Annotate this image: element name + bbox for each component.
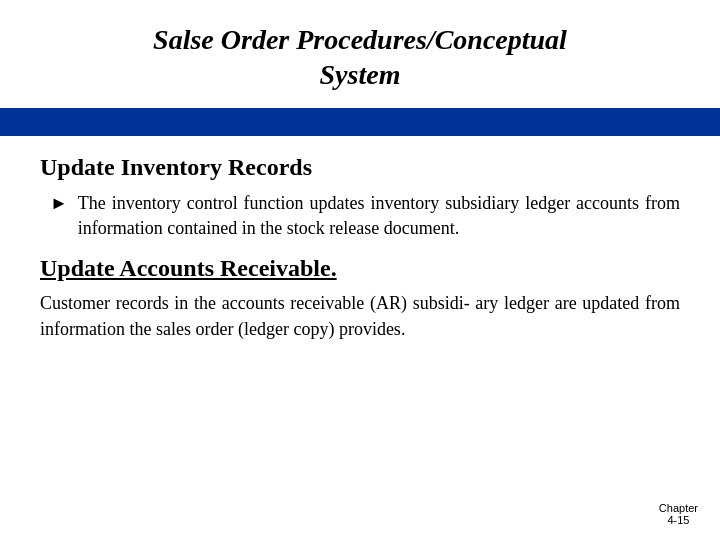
chapter-label: Chapter 4-15 xyxy=(659,502,698,526)
section1-heading: Update Inventory Records xyxy=(40,154,680,181)
slide: Salse Order Procedures/Conceptual System… xyxy=(0,0,720,540)
bullet-text-1: The inventory control function updates i… xyxy=(78,191,680,241)
section2-paragraph: Customer records in the accounts receiva… xyxy=(40,290,680,342)
slide-title: Salse Order Procedures/Conceptual System xyxy=(60,22,660,92)
title-line2: System xyxy=(320,59,401,90)
chapter-number: 4-15 xyxy=(667,514,689,526)
content-area: Update Inventory Records ► The inventory… xyxy=(0,136,720,353)
chapter-word: Chapter xyxy=(659,502,698,514)
title-line1: Salse Order Procedures/Conceptual xyxy=(153,24,567,55)
bullet-arrow-icon: ► xyxy=(50,193,68,214)
blue-divider-bar xyxy=(0,108,720,136)
bullet-item-1: ► The inventory control function updates… xyxy=(40,191,680,241)
section2-heading: Update Accounts Receivable. xyxy=(40,255,680,282)
title-area: Salse Order Procedures/Conceptual System xyxy=(0,0,720,108)
